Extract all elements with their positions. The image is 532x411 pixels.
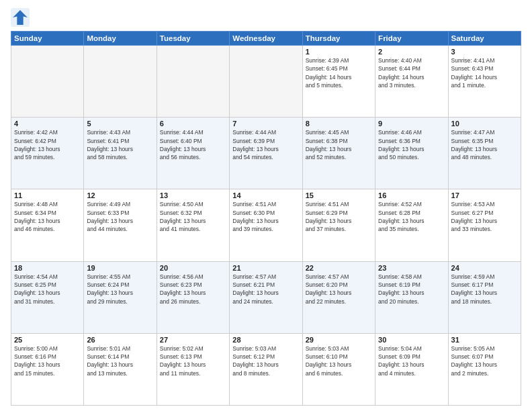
- day-info: Sunrise: 5:05 AM Sunset: 6:07 PM Dayligh…: [451, 345, 518, 377]
- day-info: Sunrise: 4:48 AM Sunset: 6:34 PM Dayligh…: [14, 200, 81, 233]
- calendar-cell: 29Sunrise: 5:03 AM Sunset: 6:10 PM Dayli…: [302, 333, 375, 405]
- calendar-cell: 18Sunrise: 4:54 AM Sunset: 6:25 PM Dayli…: [11, 261, 84, 333]
- logo: [11, 8, 32, 27]
- day-number: 24: [451, 264, 518, 272]
- calendar-cell: 16Sunrise: 4:52 AM Sunset: 6:28 PM Dayli…: [375, 189, 448, 261]
- calendar-cell: 9Sunrise: 4:46 AM Sunset: 6:36 PM Daylig…: [375, 118, 448, 189]
- calendar-cell: 26Sunrise: 5:01 AM Sunset: 6:14 PM Dayli…: [84, 333, 157, 405]
- calendar-cell: 4Sunrise: 4:42 AM Sunset: 6:42 PM Daylig…: [11, 118, 84, 189]
- day-info: Sunrise: 4:42 AM Sunset: 6:42 PM Dayligh…: [14, 128, 81, 161]
- calendar-cell: 19Sunrise: 4:55 AM Sunset: 6:24 PM Dayli…: [84, 261, 157, 333]
- day-info: Sunrise: 4:54 AM Sunset: 6:25 PM Dayligh…: [14, 273, 81, 306]
- day-number: 31: [451, 336, 518, 344]
- day-info: Sunrise: 5:03 AM Sunset: 6:12 PM Dayligh…: [232, 345, 299, 377]
- weekday-header-friday: Friday: [375, 32, 448, 46]
- day-number: 14: [232, 191, 299, 199]
- day-info: Sunrise: 4:40 AM Sunset: 6:44 PM Dayligh…: [378, 56, 445, 89]
- day-info: Sunrise: 4:45 AM Sunset: 6:38 PM Dayligh…: [306, 128, 372, 161]
- calendar-cell: 20Sunrise: 4:56 AM Sunset: 6:23 PM Dayli…: [157, 261, 229, 333]
- calendar-cell: 31Sunrise: 5:05 AM Sunset: 6:07 PM Dayli…: [448, 333, 521, 405]
- day-number: 28: [232, 336, 299, 344]
- calendar-cell: 3Sunrise: 4:41 AM Sunset: 6:43 PM Daylig…: [448, 46, 521, 118]
- calendar-table: SundayMondayTuesdayWednesdayThursdayFrid…: [11, 31, 521, 406]
- header: [11, 8, 521, 27]
- day-number: 20: [160, 264, 226, 272]
- day-info: Sunrise: 4:50 AM Sunset: 6:32 PM Dayligh…: [160, 200, 226, 233]
- calendar-cell: 5Sunrise: 4:43 AM Sunset: 6:41 PM Daylig…: [84, 118, 157, 189]
- day-number: 5: [87, 120, 153, 128]
- calendar-cell: [84, 46, 157, 118]
- day-number: 23: [378, 264, 445, 272]
- calendar-cell: 17Sunrise: 4:53 AM Sunset: 6:27 PM Dayli…: [448, 189, 521, 261]
- day-number: 15: [306, 191, 372, 199]
- day-number: 13: [160, 191, 226, 199]
- logo-icon: [11, 8, 30, 27]
- day-number: 26: [87, 336, 153, 344]
- weekday-header-wednesday: Wednesday: [230, 32, 302, 46]
- week-row-4: 18Sunrise: 4:54 AM Sunset: 6:25 PM Dayli…: [11, 261, 521, 333]
- calendar-cell: 10Sunrise: 4:47 AM Sunset: 6:35 PM Dayli…: [448, 118, 521, 189]
- day-info: Sunrise: 4:57 AM Sunset: 6:20 PM Dayligh…: [306, 273, 372, 306]
- page: SundayMondayTuesdayWednesdayThursdayFrid…: [0, 0, 532, 411]
- day-number: 25: [14, 336, 81, 344]
- calendar-cell: 24Sunrise: 4:59 AM Sunset: 6:17 PM Dayli…: [448, 261, 521, 333]
- week-row-5: 25Sunrise: 5:00 AM Sunset: 6:16 PM Dayli…: [11, 333, 521, 405]
- day-info: Sunrise: 5:01 AM Sunset: 6:14 PM Dayligh…: [87, 345, 153, 377]
- day-number: 8: [306, 120, 372, 128]
- calendar-cell: 12Sunrise: 4:49 AM Sunset: 6:33 PM Dayli…: [84, 189, 157, 261]
- calendar-cell: 28Sunrise: 5:03 AM Sunset: 6:12 PM Dayli…: [230, 333, 302, 405]
- calendar-cell: 13Sunrise: 4:50 AM Sunset: 6:32 PM Dayli…: [157, 189, 229, 261]
- calendar-cell: 14Sunrise: 4:51 AM Sunset: 6:30 PM Dayli…: [230, 189, 302, 261]
- day-info: Sunrise: 5:03 AM Sunset: 6:10 PM Dayligh…: [306, 345, 372, 377]
- day-info: Sunrise: 4:41 AM Sunset: 6:43 PM Dayligh…: [451, 56, 518, 89]
- day-number: 18: [14, 264, 81, 272]
- calendar-cell: [157, 46, 229, 118]
- day-number: 2: [378, 48, 445, 56]
- day-info: Sunrise: 5:00 AM Sunset: 6:16 PM Dayligh…: [14, 345, 81, 377]
- day-info: Sunrise: 4:59 AM Sunset: 6:17 PM Dayligh…: [451, 273, 518, 306]
- calendar-cell: [11, 46, 84, 118]
- day-number: 7: [232, 120, 299, 128]
- day-info: Sunrise: 4:44 AM Sunset: 6:40 PM Dayligh…: [160, 128, 226, 161]
- day-info: Sunrise: 4:55 AM Sunset: 6:24 PM Dayligh…: [87, 273, 153, 306]
- weekday-header-saturday: Saturday: [448, 32, 521, 46]
- calendar-cell: 11Sunrise: 4:48 AM Sunset: 6:34 PM Dayli…: [11, 189, 84, 261]
- calendar-cell: 1Sunrise: 4:39 AM Sunset: 6:45 PM Daylig…: [302, 46, 375, 118]
- day-number: 30: [378, 336, 445, 344]
- day-info: Sunrise: 4:44 AM Sunset: 6:39 PM Dayligh…: [232, 128, 299, 161]
- week-row-3: 11Sunrise: 4:48 AM Sunset: 6:34 PM Dayli…: [11, 189, 521, 261]
- day-number: 6: [160, 120, 226, 128]
- calendar-cell: 7Sunrise: 4:44 AM Sunset: 6:39 PM Daylig…: [230, 118, 302, 189]
- day-number: 22: [306, 264, 372, 272]
- weekday-header-row: SundayMondayTuesdayWednesdayThursdayFrid…: [11, 32, 521, 46]
- calendar-cell: 15Sunrise: 4:51 AM Sunset: 6:29 PM Dayli…: [302, 189, 375, 261]
- calendar-cell: 2Sunrise: 4:40 AM Sunset: 6:44 PM Daylig…: [375, 46, 448, 118]
- week-row-2: 4Sunrise: 4:42 AM Sunset: 6:42 PM Daylig…: [11, 118, 521, 189]
- calendar-cell: 25Sunrise: 5:00 AM Sunset: 6:16 PM Dayli…: [11, 333, 84, 405]
- day-info: Sunrise: 4:58 AM Sunset: 6:19 PM Dayligh…: [378, 273, 445, 306]
- day-info: Sunrise: 4:52 AM Sunset: 6:28 PM Dayligh…: [378, 200, 445, 233]
- weekday-header-sunday: Sunday: [11, 32, 84, 46]
- calendar-cell: 8Sunrise: 4:45 AM Sunset: 6:38 PM Daylig…: [302, 118, 375, 189]
- calendar-cell: 27Sunrise: 5:02 AM Sunset: 6:13 PM Dayli…: [157, 333, 229, 405]
- week-row-1: 1Sunrise: 4:39 AM Sunset: 6:45 PM Daylig…: [11, 46, 521, 118]
- calendar-cell: 21Sunrise: 4:57 AM Sunset: 6:21 PM Dayli…: [230, 261, 302, 333]
- calendar-cell: 6Sunrise: 4:44 AM Sunset: 6:40 PM Daylig…: [157, 118, 229, 189]
- calendar-cell: 30Sunrise: 5:04 AM Sunset: 6:09 PM Dayli…: [375, 333, 448, 405]
- day-number: 29: [306, 336, 372, 344]
- day-number: 17: [451, 191, 518, 199]
- day-info: Sunrise: 4:51 AM Sunset: 6:29 PM Dayligh…: [306, 200, 372, 233]
- weekday-header-thursday: Thursday: [302, 32, 375, 46]
- calendar-cell: 22Sunrise: 4:57 AM Sunset: 6:20 PM Dayli…: [302, 261, 375, 333]
- day-number: 4: [14, 120, 81, 128]
- day-number: 3: [451, 48, 518, 56]
- calendar-cell: [230, 46, 302, 118]
- day-number: 1: [306, 48, 372, 56]
- day-info: Sunrise: 4:46 AM Sunset: 6:36 PM Dayligh…: [378, 128, 445, 161]
- day-info: Sunrise: 4:56 AM Sunset: 6:23 PM Dayligh…: [160, 273, 226, 306]
- day-info: Sunrise: 4:49 AM Sunset: 6:33 PM Dayligh…: [87, 200, 153, 233]
- day-info: Sunrise: 4:39 AM Sunset: 6:45 PM Dayligh…: [306, 56, 372, 89]
- day-number: 27: [160, 336, 226, 344]
- day-info: Sunrise: 5:02 AM Sunset: 6:13 PM Dayligh…: [160, 345, 226, 377]
- day-number: 12: [87, 191, 153, 199]
